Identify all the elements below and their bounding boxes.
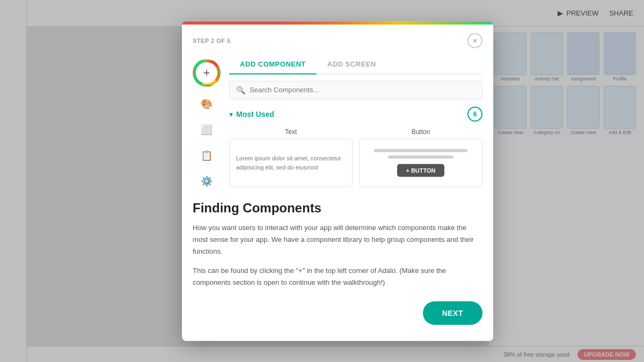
next-button[interactable]: NEXT	[423, 301, 482, 325]
search-bar: 🔍	[229, 80, 482, 99]
tab-add-screen[interactable]: ADD SCREEN	[317, 54, 387, 74]
component-item-button[interactable]: Button + BUTTON	[359, 128, 482, 187]
text-component-preview: Lorem ipsum dolor sit amet, consectetur …	[229, 138, 353, 187]
sidebar-screen-icon[interactable]: ⬜	[198, 121, 215, 138]
step-indicator: STEP 2 OF 5	[193, 37, 231, 43]
modal-main: ADD COMPONENT ADD SCREEN 🔍 ▾ Most Used 6	[229, 54, 482, 189]
button-line-2	[388, 155, 453, 158]
modal-body: + 🎨 ⬜ 📋 ⚙️ ADD COMPONENT ADD SCREEN 🔍	[182, 54, 493, 189]
sidebar-palette-icon[interactable]: 🎨	[198, 95, 215, 112]
add-component-button[interactable]: +	[193, 58, 221, 86]
add-button-inner: +	[196, 62, 217, 83]
tab-add-component[interactable]: ADD COMPONENT	[229, 54, 317, 74]
components-grid: Text Lorem ipsum dolor sit amet, consect…	[229, 128, 482, 187]
button-component-preview: + BUTTON	[359, 138, 482, 187]
modal-header: STEP 2 OF 5 ×	[182, 24, 493, 48]
component-button-label: Button	[412, 128, 430, 135]
modal-dialog: STEP 2 OF 5 × + 🎨 ⬜ 📋 ⚙️ ADD COMPONENT A…	[182, 21, 493, 341]
finding-title: Finding Components	[193, 200, 482, 215]
search-icon: 🔍	[236, 85, 245, 94]
close-icon: ×	[473, 36, 477, 45]
section-title-row: ▾ Most Used	[229, 109, 274, 118]
component-text-label: Text	[285, 128, 297, 135]
finding-description: How you want users to interact with your…	[193, 221, 482, 257]
modal-tabs: ADD COMPONENT ADD SCREEN	[229, 54, 482, 74]
modal-sidebar: + 🎨 ⬜ 📋 ⚙️	[193, 54, 221, 189]
sidebar-settings-icon[interactable]: ⚙️	[198, 172, 215, 189]
search-input[interactable]	[250, 86, 475, 94]
text-preview-content: Lorem ipsum dolor sit amet, consectetur …	[236, 154, 346, 172]
button-mock: + BUTTON	[397, 164, 444, 176]
sidebar-data-icon[interactable]: 📋	[198, 146, 215, 164]
component-item-text[interactable]: Text Lorem ipsum dolor sit amet, consect…	[229, 128, 353, 187]
chevron-down-icon[interactable]: ▾	[229, 109, 233, 118]
next-button-row: NEXT	[182, 301, 493, 325]
button-preview-content: + BUTTON	[366, 149, 475, 176]
modal-bottom-content: Finding Components How you want users to…	[182, 200, 493, 288]
section-title: Most Used	[236, 109, 274, 118]
count-badge: 6	[467, 106, 482, 121]
section-header: ▾ Most Used 6	[229, 106, 482, 121]
close-button[interactable]: ×	[467, 33, 482, 48]
finding-note: This can be found by clicking the "+" in…	[193, 265, 482, 289]
plus-icon: +	[203, 67, 210, 78]
button-line-1	[374, 149, 467, 152]
